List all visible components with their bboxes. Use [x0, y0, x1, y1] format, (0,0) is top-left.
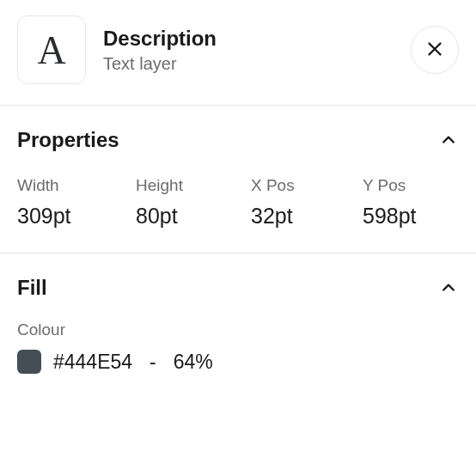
text-layer-icon: A — [17, 15, 86, 84]
colour-swatch[interactable] — [17, 350, 41, 374]
properties-grid: Width 309pt Height 80pt X Pos 32pt Y Pos… — [17, 176, 459, 229]
header-text-group: Description Text layer — [103, 27, 394, 74]
width-label: Width — [17, 176, 127, 195]
height-value[interactable]: 80pt — [136, 204, 242, 229]
properties-section-title: Properties — [17, 128, 119, 152]
height-label: Height — [136, 176, 242, 195]
chevron-up-icon — [438, 278, 459, 298]
colour-row: #444E54 - 64% — [17, 350, 459, 374]
separator: - — [150, 351, 156, 374]
fill-section-title: Fill — [17, 276, 47, 300]
colour-label: Colour — [17, 320, 459, 339]
ypos-value[interactable]: 598pt — [363, 204, 459, 229]
colour-hex-value[interactable]: #444E54 — [53, 351, 132, 374]
panel-header: A Description Text layer — [0, 0, 476, 105]
chevron-up-icon — [438, 130, 459, 150]
xpos-value[interactable]: 32pt — [251, 204, 354, 229]
close-button[interactable] — [411, 26, 459, 74]
xpos-label: X Pos — [251, 176, 354, 195]
properties-section: Properties Width 309pt Height 80pt X Pos… — [0, 106, 476, 253]
height-property: Height 80pt — [136, 176, 242, 229]
text-layer-glyph: A — [37, 27, 65, 73]
fill-section: Fill Colour #444E54 - 64% — [0, 253, 476, 398]
properties-section-header[interactable]: Properties — [17, 128, 459, 152]
layer-title: Description — [103, 27, 394, 51]
ypos-label: Y Pos — [363, 176, 459, 195]
layer-type-label: Text layer — [103, 54, 394, 74]
width-property: Width 309pt — [17, 176, 127, 229]
ypos-property: Y Pos 598pt — [363, 176, 459, 229]
xpos-property: X Pos 32pt — [251, 176, 354, 229]
fill-section-header[interactable]: Fill — [17, 276, 459, 300]
width-value[interactable]: 309pt — [17, 204, 127, 229]
colour-opacity-value[interactable]: 64% — [174, 351, 213, 374]
close-icon — [425, 40, 444, 61]
